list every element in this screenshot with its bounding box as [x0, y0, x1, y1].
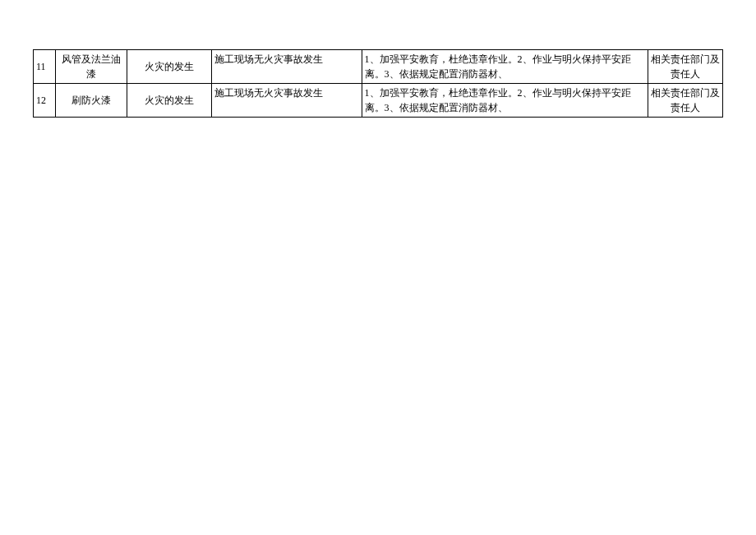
table-row: 12 刷防火漆 火灾的发生 施工现场无火灾事故发生 1、加强平安教育，杜绝违章作… — [34, 84, 723, 118]
cell-num: 12 — [34, 84, 56, 118]
table-row: 11 风管及法兰油漆 火灾的发生 施工现场无火灾事故发生 1、加强平安教育，杜绝… — [34, 50, 723, 84]
cell-resp: 相关责任部门及责任人 — [648, 84, 722, 118]
cell-goal: 施工现场无火灾事故发生 — [211, 84, 362, 118]
cell-hazard: 火灾的发生 — [127, 50, 212, 84]
cell-hazard: 火灾的发生 — [127, 84, 212, 118]
cell-resp: 相关责任部门及责任人 — [648, 50, 722, 84]
cell-item: 风管及法兰油漆 — [56, 50, 127, 84]
cell-num: 11 — [34, 50, 56, 84]
cell-item: 刷防火漆 — [56, 84, 127, 118]
cell-measure: 1、加强平安教育，杜绝违章作业。2、作业与明火保持平安距离。3、依据规定配置消防… — [362, 84, 648, 118]
safety-table: 11 风管及法兰油漆 火灾的发生 施工现场无火灾事故发生 1、加强平安教育，杜绝… — [33, 49, 723, 118]
cell-goal: 施工现场无火灾事故发生 — [211, 50, 362, 84]
cell-measure: 1、加强平安教育，杜绝违章作业。2、作业与明火保持平安距离。3、依据规定配置消防… — [362, 50, 648, 84]
